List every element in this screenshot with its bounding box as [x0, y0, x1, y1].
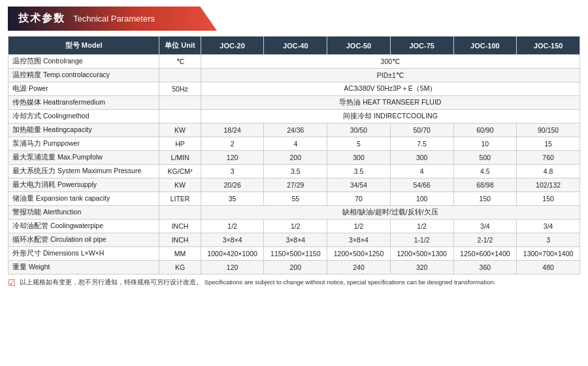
table-row: 外形尺寸 Dimensions L×W×HMM1000×420×10001150…	[8, 247, 580, 261]
row-span-value-3: 导热油 HEAT TRANSEER FLUID	[201, 96, 580, 110]
row-span-value-2: AC3ι380V 50Hz3P＋E（5M）	[201, 82, 580, 96]
table-row: 重量 WeightKG120200240320360480	[8, 261, 580, 274]
row-6-val-4: 10	[453, 137, 517, 151]
table-row: 警报功能 Alertfunction缺相/缺油/超时/过载/反转/欠压	[8, 206, 580, 220]
row-10-val-4: 150	[453, 192, 517, 206]
table-row: 冷却油配管 CoolingwaterpipeINCH1/21/21/21/23/…	[8, 220, 580, 233]
row-5-val-3: 50/70	[390, 124, 453, 137]
row-13-val-4: 2-1/2	[453, 233, 517, 247]
col-header-1: 单位 Unit	[159, 37, 201, 55]
row-unit-6: HP	[159, 137, 201, 151]
row-span-value-1: PID±1℃	[201, 69, 580, 82]
col-header-4: JOC-50	[327, 37, 391, 55]
col-header-0: 型号 Model	[8, 37, 159, 55]
row-label-5: 加热能量 Heatingcapacity	[8, 124, 159, 137]
row-10-val-2: 70	[327, 192, 391, 206]
header: 技术参数 Technical Parameters	[8, 7, 217, 31]
header-en: Technical Parameters	[73, 14, 155, 24]
row-13-val-0: 3×8×4	[201, 233, 264, 247]
row-unit-3	[159, 96, 201, 110]
row-span-value-0: 300℃	[201, 55, 580, 69]
row-label-1: 温控精度 Temp.controlaccuracy	[8, 69, 159, 82]
table-row: 温控范围 Controlrange℃300℃	[8, 55, 580, 69]
row-unit-13: INCH	[159, 233, 201, 247]
table-row: 电源 Power50HzAC3ι380V 50Hz3P＋E（5M）	[8, 82, 580, 96]
row-span-value-11: 缺相/缺油/超时/过载/反转/欠压	[201, 206, 580, 220]
table-body: 温控范围 Controlrange℃300℃温控精度 Temp.controla…	[8, 55, 580, 274]
row-14-val-2: 1200×500×1250	[327, 247, 391, 261]
col-header-6: JOC-100	[453, 37, 517, 55]
header-zh: 技术参数	[18, 12, 65, 25]
row-10-val-1: 55	[264, 192, 327, 206]
row-6-val-5: 15	[517, 137, 580, 151]
row-7-val-4: 500	[453, 151, 517, 165]
row-13-val-2: 3×8×4	[327, 233, 391, 247]
row-13-val-3: 1-1/2	[390, 233, 453, 247]
row-span-value-4: 间接冷却 INDIRECTCOOLING	[201, 110, 580, 124]
row-unit-12: INCH	[159, 220, 201, 233]
col-header-2: JOC-20	[201, 37, 264, 55]
row-12-val-5: 3/4	[517, 220, 580, 233]
row-9-val-2: 34/54	[327, 178, 391, 192]
row-unit-8: KG/CM²	[159, 165, 201, 178]
row-unit-14: MM	[159, 247, 201, 261]
row-15-val-3: 320	[390, 261, 453, 274]
row-unit-7: L/MIN	[159, 151, 201, 165]
row-7-val-5: 760	[517, 151, 580, 165]
row-label-12: 冷却油配管 Coolingwaterpipe	[8, 220, 159, 233]
row-label-9: 最大电力消耗 Powersupply	[8, 178, 159, 192]
table-row: 最大电力消耗 PowersupplyKW20/2627/2934/5454/66…	[8, 178, 580, 192]
row-7-val-3: 300	[390, 151, 453, 165]
check-icon: ☑	[8, 278, 16, 288]
row-6-val-1: 4	[264, 137, 327, 151]
row-15-val-5: 480	[517, 261, 580, 274]
row-label-6: 泵浦马力 Pumppower	[8, 137, 159, 151]
row-8-val-4: 4.5	[453, 165, 517, 178]
row-unit-5: KW	[159, 124, 201, 137]
row-14-val-4: 1250×600×1400	[453, 247, 517, 261]
row-15-val-0: 120	[201, 261, 264, 274]
row-label-10: 储油量 Expansion tank capacity	[8, 192, 159, 206]
row-label-7: 最大泵浦流量 Max.Pumpfolw	[8, 151, 159, 165]
table-row: 储油量 Expansion tank capacityLITER35557010…	[8, 192, 580, 206]
row-9-val-3: 54/66	[390, 178, 453, 192]
row-9-val-1: 27/29	[264, 178, 327, 192]
row-13-val-1: 3×8×4	[264, 233, 327, 247]
row-14-val-0: 1000×420×1000	[201, 247, 264, 261]
row-unit-15: KG	[159, 261, 201, 274]
row-6-val-3: 7.5	[390, 137, 453, 151]
row-9-val-5: 102/132	[517, 178, 580, 192]
table-row: 循环水配管 Circulation oil pipeINCH3×8×43×8×4…	[8, 233, 580, 247]
row-unit-1	[159, 69, 201, 82]
table-row: 传热媒体 Heattransfermedium导热油 HEAT TRANSEER…	[8, 96, 580, 110]
row-15-val-2: 240	[327, 261, 391, 274]
row-unit-11	[159, 206, 201, 220]
table-row: 最大泵浦流量 Max.PumpfolwL/MIN1202003003005007…	[8, 151, 580, 165]
row-5-val-1: 24/36	[264, 124, 327, 137]
row-5-val-5: 90/150	[517, 124, 580, 137]
row-12-val-1: 1/2	[264, 220, 327, 233]
table-row: 泵浦马力 PumppowerHP2457.51015	[8, 137, 580, 151]
row-label-2: 电源 Power	[8, 82, 159, 96]
row-12-val-3: 1/2	[390, 220, 453, 233]
row-unit-2: 50Hz	[159, 82, 201, 96]
row-6-val-2: 5	[327, 137, 391, 151]
table-row: 温控精度 Temp.controlaccuracyPID±1℃	[8, 69, 580, 82]
row-12-val-4: 3/4	[453, 220, 517, 233]
row-label-3: 传热媒体 Heattransfermedium	[8, 96, 159, 110]
row-unit-4	[159, 110, 201, 124]
col-header-5: JOC-75	[390, 37, 453, 55]
row-label-0: 温控范围 Controlrange	[8, 55, 159, 69]
row-15-val-4: 360	[453, 261, 517, 274]
row-7-val-1: 200	[264, 151, 327, 165]
row-5-val-0: 18/24	[201, 124, 264, 137]
row-label-8: 最大系统压力 System Maximum Pressure	[8, 165, 159, 178]
row-12-val-2: 1/2	[327, 220, 391, 233]
row-unit-0: ℃	[159, 55, 201, 69]
row-13-val-5: 3	[517, 233, 580, 247]
row-9-val-4: 68/98	[453, 178, 517, 192]
row-5-val-4: 60/90	[453, 124, 517, 137]
footer-note: ☑ 以上规格如有变更，恕不另行通知，特殊规格可另行设计改造。 Specifica…	[8, 278, 580, 288]
table-row: 最大系统压力 System Maximum PressureKG/CM²33.5…	[8, 165, 580, 178]
table-row: 加热能量 HeatingcapacityKW18/2424/3630/5050/…	[8, 124, 580, 137]
